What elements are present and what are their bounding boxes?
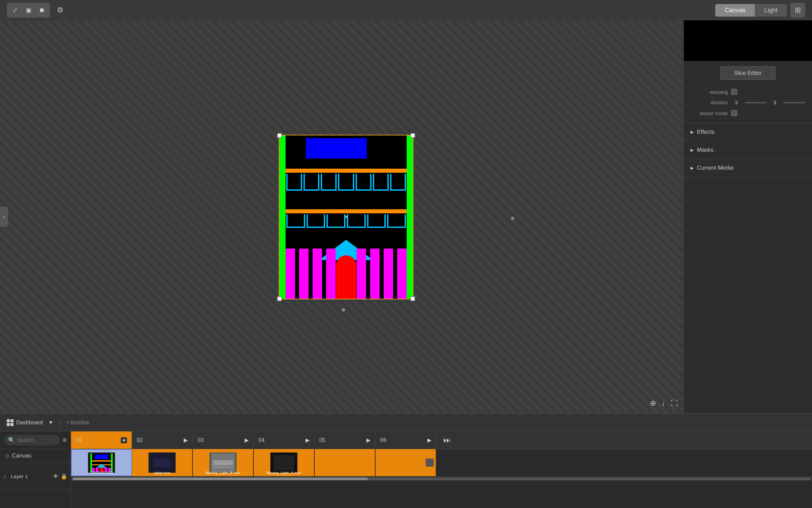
division-value-1: 3 <box>731 100 741 105</box>
timeline-scrollbar[interactable] <box>71 476 812 481</box>
search-input[interactable] <box>17 437 56 443</box>
right-panel-sections: ▶ Effects ▶ Masks ▶ Current Media <box>684 123 812 177</box>
blue-rect-top <box>306 138 367 158</box>
tool-group: ⤢ ▣ ⏺ <box>7 3 50 18</box>
light-toggle-button[interactable]: Light <box>755 4 787 17</box>
layer-clips-row: masques.png saber.mov <box>71 449 812 476</box>
search-row: 🔍 ≡ <box>0 431 71 449</box>
clip-4-label: Moving_Light_A.mov <box>254 471 314 475</box>
clip-saber-mov[interactable]: saber.mov <box>132 449 193 476</box>
clip-moving-light-b[interactable]: Moving_Light_B.mov <box>193 449 254 476</box>
record-tool-button[interactable]: ⏺ <box>36 4 48 16</box>
track-06-play-button[interactable]: ▶ <box>427 437 431 443</box>
scrollbar-thumb[interactable] <box>72 478 368 480</box>
magenta-col-4 <box>326 249 336 299</box>
masks-arrow-icon: ▶ <box>691 148 694 152</box>
bezier-mode-row: bezier mode <box>691 110 805 116</box>
svg-rect-1 <box>90 453 92 472</box>
canvas-download-button[interactable]: ↓ <box>661 399 665 408</box>
track-02: 02 ▶ <box>132 431 193 449</box>
transform-tool-button[interactable]: ⤢ <box>9 4 21 16</box>
layer-name: Layer 1 <box>11 473 51 479</box>
masks-section-title: Masks <box>697 147 714 153</box>
svg-rect-3 <box>95 454 108 459</box>
clip-3-thumbnail <box>209 452 236 473</box>
canvas-light-toggle: Canvas Light <box>715 4 787 17</box>
fast-forward-button[interactable]: ⏭ <box>436 431 457 449</box>
svg-rect-4 <box>92 460 111 462</box>
cyan-battlements-1 <box>286 174 407 191</box>
clip-4-thumbnail <box>270 452 297 473</box>
effects-section-header[interactable]: ▶ Effects <box>684 123 812 141</box>
canvas-dot-bottom <box>342 308 345 312</box>
cyan-battlements-2 <box>286 214 407 228</box>
masks-section-header[interactable]: ▶ Masks <box>684 141 812 159</box>
bezier-mode-checkbox[interactable] <box>731 110 737 116</box>
current-media-section-title: Current Media <box>697 165 734 171</box>
slice-editor-button[interactable]: Slice Editor <box>720 66 775 80</box>
add-timeline-button[interactable]: + timeline <box>66 420 89 426</box>
timeline-tracks-area: 01 ■ 02 ▶ 03 ▶ 04 ▶ 05 ▶ <box>71 431 812 508</box>
canvas-left-arrow-button[interactable]: › <box>0 207 8 227</box>
clip-empty-5[interactable] <box>315 449 376 476</box>
timeline-left-panel: 🔍 ≡ ⊙ Canvas 1 Layer 1 👁 🔒 <box>0 431 71 508</box>
bezier-mode-label: bezier mode <box>691 110 728 116</box>
canvas-group-icon: ⊙ <box>5 453 9 459</box>
clip-moving-light-a[interactable]: Moving_Light_A.mov <box>254 449 315 476</box>
canvas-label-row: ⊙ Canvas <box>0 449 71 463</box>
scrollbar-track[interactable] <box>72 478 811 480</box>
track-02-play-button[interactable]: ▶ <box>184 437 188 443</box>
timeline-content: 🔍 ≡ ⊙ Canvas 1 Layer 1 👁 🔒 <box>0 431 812 508</box>
canvas-group-label: Canvas <box>12 452 31 459</box>
track-02-number: 02 <box>137 437 143 443</box>
canvas-position-button[interactable]: ⊕ <box>650 399 656 408</box>
magenta-col-6 <box>384 249 393 299</box>
track-03-number: 03 <box>198 437 204 443</box>
track-04: 04 ▶ <box>254 431 315 449</box>
layer-lock-button[interactable]: 🔒 <box>61 473 67 480</box>
canvas-fullscreen-button[interactable]: ⛶ <box>671 399 678 408</box>
track-05-play-button[interactable]: ▶ <box>366 437 370 443</box>
division-value-2: 3 <box>770 100 780 105</box>
clip-1-thumbnail <box>88 452 115 473</box>
current-media-section-header[interactable]: ▶ Current Media <box>684 159 812 177</box>
magenta-col-8 <box>357 249 366 299</box>
track-numbers-row: 01 ■ 02 ▶ 03 ▶ 04 ▶ 05 ▶ <box>71 431 812 449</box>
clip-masques-png[interactable]: masques.png <box>71 449 132 476</box>
current-media-arrow-icon: ▶ <box>691 166 694 170</box>
track-01-stop-icon[interactable]: ■ <box>121 437 127 443</box>
dashboard-button[interactable]: Dashboard <box>7 419 43 426</box>
artwork-display <box>279 135 413 299</box>
warping-row: warping <box>691 89 805 95</box>
warping-checkbox[interactable] <box>731 89 737 95</box>
menu-icon-button[interactable]: ≡ <box>63 436 67 444</box>
layer-number: 1 <box>3 474 9 479</box>
right-panel-properties: warping division 3 3 bezier mode <box>684 85 812 120</box>
clip-stop-button[interactable] <box>426 459 434 467</box>
dashboard-dropdown-button[interactable]: ▼ <box>48 420 53 426</box>
warping-label: warping <box>691 89 728 95</box>
track-05: 05 ▶ <box>315 431 376 449</box>
magenta-col-1 <box>286 249 295 299</box>
settings-gear-button[interactable]: ⚙ <box>53 3 67 17</box>
svg-rect-13 <box>154 459 171 467</box>
layer-visibility-button[interactable]: 👁 <box>53 473 59 480</box>
canvas-toggle-button[interactable]: Canvas <box>715 4 755 17</box>
division-slider-1[interactable] <box>745 102 767 103</box>
search-box: 🔍 <box>4 435 60 445</box>
canvas-area: › <box>0 20 683 413</box>
clip-empty-6[interactable] <box>376 449 436 476</box>
canvas-dot-right <box>511 217 514 220</box>
bottom-area: Dashboard ▼ | + timeline 🔍 ≡ ⊙ Canvas <box>0 413 812 508</box>
green-bar-right <box>407 135 413 299</box>
svg-rect-18 <box>274 455 294 470</box>
green-bar-left <box>279 135 286 299</box>
grid-view-button[interactable]: ⊞ <box>790 3 805 18</box>
track-04-number: 04 <box>258 437 265 443</box>
crop-tool-button[interactable]: ▣ <box>22 4 35 16</box>
track-04-play-button[interactable]: ▶ <box>306 437 310 443</box>
division-slider-2[interactable] <box>784 102 806 103</box>
track-03-play-button[interactable]: ▶ <box>245 437 249 443</box>
track-01: 01 ■ <box>71 431 132 449</box>
right-panel: Slice Editor warping division 3 3 bezier… <box>683 20 812 413</box>
